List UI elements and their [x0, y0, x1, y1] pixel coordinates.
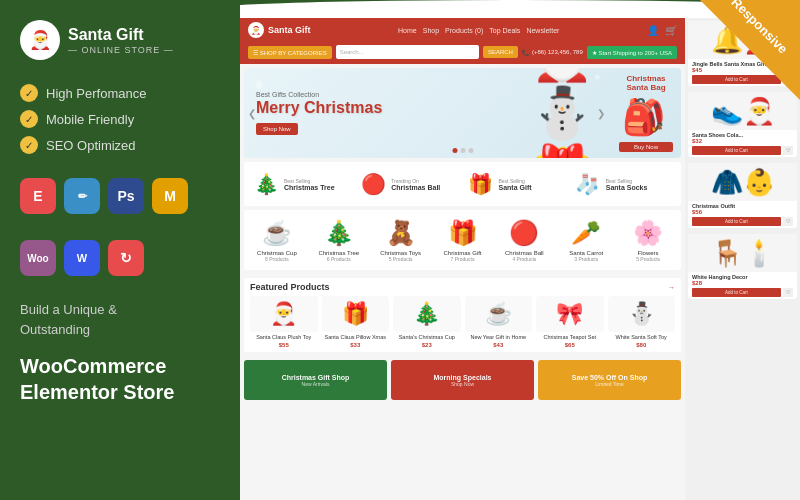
- nav-home[interactable]: Home: [398, 27, 417, 34]
- featured-product-img: 🎄: [393, 296, 461, 332]
- product-christmas-ball-img: 🔴: [359, 170, 387, 198]
- wordpress-icon: W: [64, 240, 100, 276]
- snowflake-icon-2: ❄: [594, 73, 601, 82]
- featured-product-img: ⛄: [608, 296, 676, 332]
- featured-product-price: $43: [465, 342, 533, 348]
- grid-item-count: 5 Products: [621, 256, 675, 262]
- hero-banner: ❄ ❄ Best Gifts Collection Merry Christma…: [244, 68, 681, 158]
- featured-product-img: 🎅: [250, 296, 318, 332]
- carousel-dot[interactable]: [460, 148, 465, 153]
- banner-sub: Shop Now: [451, 381, 474, 387]
- product-mini-item: 🎁 Best Selling Santa Gift: [467, 170, 566, 198]
- section-header: Featured Products →: [250, 282, 675, 292]
- logo-text: Santa Gift — ONLINE STORE —: [68, 25, 174, 54]
- product-name: Christmas Tree: [284, 184, 335, 191]
- wishlist-btn[interactable]: ♡: [783, 217, 793, 226]
- best-sellers-row: 🎄 Best Selling Christmas Tree 🔴 Trending…: [244, 166, 681, 202]
- add-to-cart-btn[interactable]: Add to Cart: [692, 146, 781, 155]
- featured-product-item[interactable]: 🎁 Santa Claus Pillow Xmas $33: [322, 296, 390, 348]
- site-nav: Home Shop Products (0) Top Deals Newslet…: [398, 27, 559, 34]
- featured-product-name: White Santa Soft Toy: [608, 334, 676, 341]
- hero-product-title: ChristmasSanta Bag: [619, 74, 673, 92]
- sidebar-product-actions: Add to Cart ♡: [692, 288, 793, 297]
- sidebar-product-img: 🪑🕯️: [688, 234, 797, 272]
- grid-item[interactable]: 🔴 Christmas Ball 4 Products: [495, 214, 553, 266]
- search-input[interactable]: Search...: [336, 45, 479, 59]
- product-category-grid: ☕ Christmas Cup 8 Products 🎄 Christmas T…: [244, 210, 681, 270]
- grid-item-img: 🔴: [497, 218, 551, 248]
- featured-product-item[interactable]: ☕ New Year Gift in Home $43: [465, 296, 533, 348]
- grid-item-count: 4 Products: [497, 256, 551, 262]
- grid-item[interactable]: 🌸 Flowers 5 Products: [619, 214, 677, 266]
- cart-icon[interactable]: 🛒: [665, 25, 677, 36]
- cta-text: Build a Unique &Outstanding: [20, 300, 220, 339]
- nav-shop[interactable]: Shop: [423, 27, 439, 34]
- featured-product-name: Christmas Teapot Set: [536, 334, 604, 341]
- logo-subtitle: — ONLINE STORE —: [68, 45, 174, 55]
- carousel-dots: [452, 148, 473, 153]
- banner-title: Christmas Gift Shop: [282, 374, 350, 381]
- featured-product-price: $80: [608, 342, 676, 348]
- hero-shop-btn[interactable]: Shop Now: [256, 123, 298, 135]
- featured-product-price: $33: [322, 342, 390, 348]
- carousel-dot[interactable]: [468, 148, 473, 153]
- site-header-icons: 👤 🛒: [647, 25, 677, 36]
- order-track-btn[interactable]: ★ Start Shipping to 200+ USA: [587, 46, 677, 59]
- user-icon[interactable]: 👤: [647, 25, 659, 36]
- nav-deals[interactable]: Top Deals: [489, 27, 520, 34]
- featured-product-price: $65: [536, 342, 604, 348]
- grid-item[interactable]: 🎄 Christmas Tree 6 Products: [310, 214, 368, 266]
- featured-product-name: New Year Gift in Home: [465, 334, 533, 341]
- bottom-banner-gift[interactable]: Christmas Gift Shop New Arrivals: [244, 360, 387, 400]
- wishlist-btn[interactable]: ♡: [783, 288, 793, 297]
- bottom-banner-morning[interactable]: Morning Specials Shop Now: [391, 360, 534, 400]
- product-mini-info: Best Selling Santa Gift: [499, 178, 532, 191]
- grid-item[interactable]: 🎁 Christmas Gift 7 Products: [434, 214, 492, 266]
- carousel-dot[interactable]: [452, 148, 457, 153]
- featured-product-item[interactable]: 🎅 Santa Claus Plush Toy $55: [250, 296, 318, 348]
- wishlist-btn[interactable]: ♡: [783, 146, 793, 155]
- logo-title: Santa Gift: [68, 25, 174, 44]
- add-to-cart-btn[interactable]: Add to Cart: [692, 75, 781, 84]
- shop-by-category-btn[interactable]: ☰ SHOP BY CATEGORIES: [248, 46, 332, 59]
- sidebar-product-info: White Hanging Decor $28 Add to Cart ♡: [688, 272, 797, 299]
- search-button[interactable]: SEARCH: [483, 46, 518, 58]
- product-christmas-tree-img: 🎄: [252, 170, 280, 198]
- carousel-next-btn[interactable]: ❯: [597, 108, 605, 119]
- grid-item[interactable]: ☕ Christmas Cup 8 Products: [248, 214, 306, 266]
- grid-item[interactable]: 🧸 Christmas Toys 5 Products: [372, 214, 430, 266]
- snowflake-icon: ❄: [254, 78, 264, 92]
- product-mini-info: Best Selling Santa Socks: [606, 178, 648, 191]
- product-name: Christmas Ball: [391, 184, 440, 191]
- carousel-prev-btn[interactable]: ❮: [248, 108, 256, 119]
- banner-sub: New Arrivals: [302, 381, 330, 387]
- best-sellers-section: 🎄 Best Selling Christmas Tree 🔴 Trending…: [244, 162, 681, 206]
- site-header-logo: 🎅 Santa Gift: [248, 22, 311, 38]
- nav-newsletter[interactable]: Newsletter: [526, 27, 559, 34]
- grid-item-img: 🎁: [436, 218, 490, 248]
- featured-product-item[interactable]: 🎀 Christmas Teapot Set $65: [536, 296, 604, 348]
- search-bar: ☰ SHOP BY CATEGORIES Search... SEARCH 📞 …: [240, 42, 685, 64]
- hero-title: Merry Christmas: [256, 98, 519, 117]
- hero-left: Best Gifts Collection Merry Christmas Sh…: [244, 81, 531, 145]
- feature-item: ✓ Mobile Friendly: [20, 110, 220, 128]
- banner-sub: Limited Time: [595, 381, 623, 387]
- featured-product-item[interactable]: 🎄 Santa's Christmas Cup $23: [393, 296, 461, 348]
- featured-product-price: $55: [250, 342, 318, 348]
- bottom-banner-sale[interactable]: Save 50% Off On Shop Limited Time: [538, 360, 681, 400]
- view-all-link[interactable]: →: [668, 284, 675, 291]
- feature-item: ✓ High Perfomance: [20, 84, 220, 102]
- grid-item[interactable]: 🥕 Santa Carrot 3 Products: [557, 214, 615, 266]
- nav-products[interactable]: Products (0): [445, 27, 483, 34]
- sidebar-product-price: $56: [692, 209, 793, 215]
- search-placeholder: Search...: [340, 49, 364, 55]
- featured-products-section: Featured Products → 🎅 Santa Claus Plush …: [244, 278, 681, 352]
- product-santa-gift-img: 🎁: [467, 170, 495, 198]
- featured-product-name: Santa's Christmas Cup: [393, 334, 461, 341]
- add-to-cart-btn[interactable]: Add to Cart: [692, 288, 781, 297]
- product-santa-socks-img: 🧦: [574, 170, 602, 198]
- hero-buy-now-btn[interactable]: Buy Now: [619, 142, 673, 152]
- featured-product-item[interactable]: ⛄ White Santa Soft Toy $80: [608, 296, 676, 348]
- refresh-icon: ↻: [108, 240, 144, 276]
- add-to-cart-btn[interactable]: Add to Cart: [692, 217, 781, 226]
